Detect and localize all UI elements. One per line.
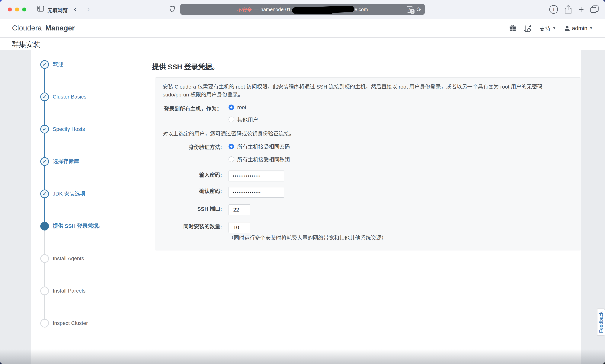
redacted-host-scribble xyxy=(292,6,354,14)
login-other-user-option[interactable]: 其他用户 xyxy=(229,116,573,123)
privacy-shield-icon[interactable] xyxy=(170,6,175,13)
insecure-badge: 不安全 xyxy=(237,6,252,13)
new-tab-icon[interactable]: + xyxy=(578,5,584,14)
parallel-install-label: 同时安装的数量: xyxy=(163,222,222,230)
wizard-step-todo: Inspect Cluster xyxy=(31,319,112,327)
auth-intro-text: 对以上选定的用户，您可通过密码或公钥身份验证连接。 xyxy=(163,130,573,137)
step-circle-icon xyxy=(40,222,49,231)
share-icon[interactable] xyxy=(564,5,572,14)
ssh-port-input[interactable] xyxy=(229,204,250,215)
wizard-steps-sidebar: ✓欢迎✓Cluster Basics✓Specify Hosts✓选择存储库✓J… xyxy=(31,50,112,364)
wizard-step-label: 选择存储库 xyxy=(53,158,109,165)
radio-button[interactable] xyxy=(229,117,234,122)
wizard-step-label: Install Agents xyxy=(53,255,109,262)
browser-chrome: 无痕浏览 ‹ › 不安全 — namenode-01. e.com A文 ⟳ ↓ xyxy=(0,0,605,19)
zoom-window-button[interactable] xyxy=(22,8,26,12)
wizard-step-label: 欢迎 xyxy=(53,61,109,68)
chevron-down-icon: ▼ xyxy=(589,26,593,30)
radio-button[interactable] xyxy=(229,104,234,110)
address-bar[interactable]: 不安全 — namenode-01. e.com A文 ⟳ xyxy=(180,4,425,15)
confirm-password-label: 确认密码: xyxy=(163,187,222,195)
wizard-step-todo: Install Agents xyxy=(31,254,112,263)
auth-method-label: 身份验证方法: xyxy=(163,143,222,151)
url-separator: — xyxy=(254,7,259,13)
step-check-icon: ✓ xyxy=(40,125,49,133)
user-menu[interactable]: admin ▼ xyxy=(564,25,593,31)
ssh-port-label: SSH 端口: xyxy=(163,204,222,212)
step-check-icon: ✓ xyxy=(40,190,49,198)
url-host-prefix: namenode-01. xyxy=(261,7,292,13)
wizard-step-label: Inspect Cluster xyxy=(53,320,109,326)
wizard-step-done: ✓Cluster Basics xyxy=(31,92,112,101)
wizard-step-label: Specify Hosts xyxy=(53,126,109,132)
support-menu[interactable]: 支持 ▼ xyxy=(539,24,556,32)
wizard-step-done: ✓选择存储库 xyxy=(31,157,112,166)
step-circle-icon xyxy=(40,319,49,327)
parcels-icon[interactable] xyxy=(509,25,516,31)
downloads-icon[interactable]: ↓ xyxy=(549,5,558,14)
wizard-connector-blue xyxy=(44,65,45,226)
ssh-credentials-form: 安装 Cloudera 包需要有主机的 root 访问权限。此安装程序将通过 S… xyxy=(155,78,581,250)
running-commands-icon[interactable] xyxy=(524,25,531,32)
wizard-step-label: Cluster Basics xyxy=(53,93,109,100)
step-circle-icon xyxy=(40,254,49,263)
traffic-lights xyxy=(8,8,26,12)
forward-button: › xyxy=(87,4,90,13)
wizard-step-label: Install Parcels xyxy=(53,287,109,294)
wizard-content: ✓欢迎✓Cluster Basics✓Specify Hosts✓选择存储库✓J… xyxy=(0,50,605,364)
url-host-suffix: e.com xyxy=(355,7,368,13)
auth-same-password-option[interactable]: 所有主机接受相同密码 xyxy=(229,143,573,150)
parallel-install-input[interactable] xyxy=(229,222,250,233)
wizard-step-current: 提供 SSH 登录凭据。 xyxy=(31,222,112,231)
login-as-label: 登录到所有主机，作为： xyxy=(163,104,222,112)
step-circle-icon xyxy=(40,286,49,295)
tab-overview-icon[interactable] xyxy=(590,5,599,13)
close-window-button[interactable] xyxy=(8,8,12,12)
minimize-window-button[interactable] xyxy=(15,8,19,12)
wizard-step-done: ✓Specify Hosts xyxy=(31,125,112,133)
radio-button[interactable] xyxy=(229,156,234,162)
reload-icon[interactable]: ⟳ xyxy=(416,6,422,13)
wizard-step-todo: Install Parcels xyxy=(31,286,112,295)
private-browsing-label: 无痕浏览 xyxy=(47,6,68,14)
user-icon xyxy=(564,25,570,31)
radio-button[interactable] xyxy=(229,144,234,149)
translate-icon[interactable]: A文 xyxy=(407,6,413,13)
password-input[interactable] xyxy=(229,170,284,182)
auth-same-key-option[interactable]: 所有主机接受相同私钥 xyxy=(229,156,573,163)
parallel-install-note: （同时运行多个安装时将耗费大量的网络带宽和其他其他系统资源） xyxy=(229,234,573,241)
feedback-tab[interactable]: Feedback xyxy=(597,309,605,336)
safari-window: 无痕浏览 ‹ › 不安全 — namenode-01. e.com A文 ⟳ ↓ xyxy=(0,0,605,364)
chevron-down-icon: ▼ xyxy=(552,26,556,30)
wizard-step-done: ✓JDK 安装选项 xyxy=(31,190,112,198)
wizard-step-label: JDK 安装选项 xyxy=(53,190,109,197)
enter-password-label: 输入密码: xyxy=(163,170,222,178)
login-root-option[interactable]: root xyxy=(229,104,573,110)
app-logo[interactable]: Cloudera Manager xyxy=(12,24,75,32)
form-intro-text: 安装 Cloudera 包需要有主机的 root 访问权限。此安装程序将通过 S… xyxy=(163,83,560,99)
step-heading: 提供 SSH 登录凭据。 xyxy=(152,61,219,71)
step-check-icon: ✓ xyxy=(40,92,49,101)
wizard-connector-gray xyxy=(44,226,45,323)
step-check-icon: ✓ xyxy=(40,157,49,166)
confirm-password-input[interactable] xyxy=(229,187,284,198)
sidebar-toggle-icon[interactable] xyxy=(37,6,44,12)
wizard-step-label: 提供 SSH 登录凭据。 xyxy=(53,223,109,230)
step-check-icon: ✓ xyxy=(40,60,49,69)
page-title: 群集安装 xyxy=(12,39,40,49)
wizard-step-done: ✓欢迎 xyxy=(31,60,112,69)
app-header: Cloudera Manager xyxy=(0,19,605,38)
back-button[interactable]: ‹ xyxy=(74,4,77,13)
page-titlebar: 群集安装 xyxy=(0,38,605,50)
step-main-panel: 提供 SSH 登录凭据。 安装 Cloudera 包需要有主机的 root 访问… xyxy=(112,50,581,364)
